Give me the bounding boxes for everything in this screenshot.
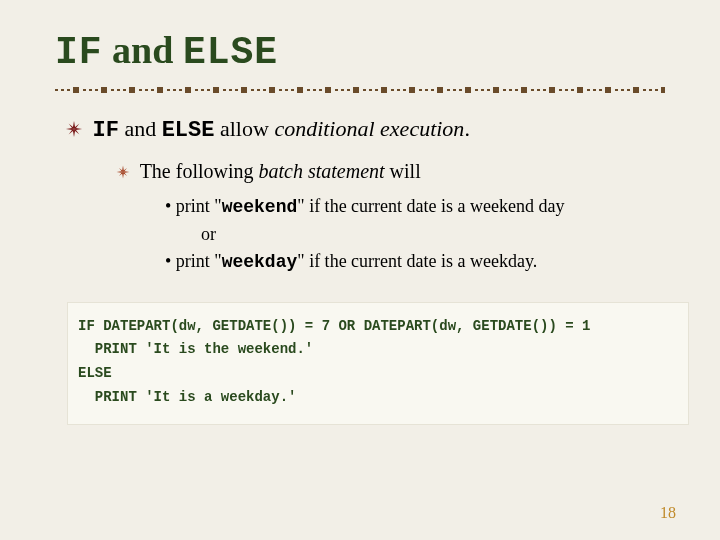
lvl1-kw-if: IF <box>93 118 119 143</box>
lvl1-mid: and <box>119 116 162 141</box>
code-l2: PRINT 'It is the weekend.' <box>78 341 313 357</box>
lvl2-italic: batch statement <box>259 160 385 182</box>
lvl3-2kw: weekday <box>222 252 298 272</box>
lvl3-item-1: • print "weekend" if the current date is… <box>165 193 680 221</box>
title-kw-if: IF <box>55 31 103 74</box>
title-kw-else: ELSE <box>183 31 278 74</box>
title-mid: and <box>103 29 183 71</box>
lvl3-1b: " if the current date is a weekend day <box>297 196 564 216</box>
lvl3-item-2: • print "weekday" if the current date is… <box>165 248 680 276</box>
lvl1-italic: conditional execution <box>274 116 464 141</box>
page-number: 18 <box>660 504 676 522</box>
bullet-lvl2: The following batch statement will <box>115 160 680 183</box>
lvl2-pre: The following <box>140 160 259 182</box>
slide: IF and ELSE <box>0 0 720 540</box>
lvl3-2b: " if the current date is a weekday. <box>297 251 537 271</box>
svg-rect-2 <box>55 84 665 96</box>
code-block: IF DATEPART(dw, GETDATE()) = 7 OR DATEPA… <box>67 302 689 425</box>
starburst-small-icon <box>115 162 135 185</box>
code-l4: PRINT 'It is a weekday.' <box>78 389 296 405</box>
code-l1: IF DATEPART(dw, GETDATE()) = 7 OR DATEPA… <box>78 318 590 334</box>
lvl3-1a: print " <box>176 196 222 216</box>
slide-title: IF and ELSE <box>55 28 680 74</box>
lvl1-kw-else: ELSE <box>162 118 215 143</box>
lvl3-2a: print " <box>176 251 222 271</box>
lvl3-or: or <box>201 221 680 248</box>
bullet-lvl1: IF and ELSE allow conditional execution. <box>65 114 680 146</box>
lvl3-1kw: weekend <box>222 197 298 217</box>
divider <box>55 84 665 96</box>
lvl2-post: will <box>385 160 421 182</box>
starburst-icon <box>65 116 87 146</box>
code-l3: ELSE <box>78 365 112 381</box>
bullet-lvl3: • print "weekend" if the current date is… <box>165 193 680 276</box>
lvl1-rest: allow <box>214 116 274 141</box>
lvl1-end: . <box>464 116 470 141</box>
